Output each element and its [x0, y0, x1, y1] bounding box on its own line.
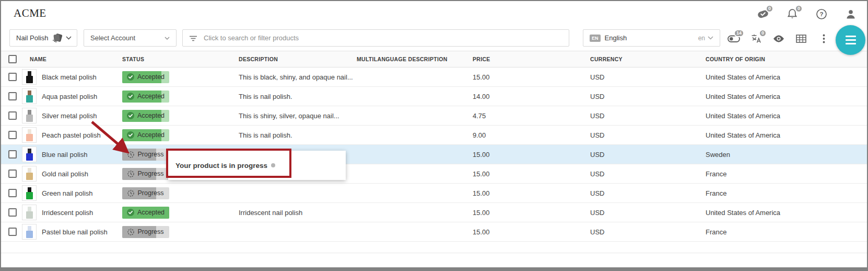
- tooltip-text: Your product is in progress: [175, 162, 267, 170]
- table-row[interactable]: Pastel blue nail polish Progress: [1, 222, 867, 242]
- row-checkbox[interactable]: [8, 111, 17, 120]
- row-checkbox[interactable]: [8, 73, 17, 81]
- product-name[interactable]: Green nail polish: [42, 189, 122, 197]
- product-price[interactable]: 15.00: [473, 170, 590, 178]
- table-row[interactable]: Peach pastel polish Accepted This is nai…: [1, 126, 867, 145]
- status-badge[interactable]: Progress: [122, 168, 169, 180]
- product-currency[interactable]: USD: [590, 73, 706, 81]
- table-row[interactable]: Gold nail polish Progress 15.00: [1, 164, 867, 184]
- product-type-dropdown[interactable]: Nail Polish: [9, 29, 77, 47]
- tooltip-loading-dot: [271, 163, 275, 167]
- product-currency[interactable]: USD: [590, 209, 706, 217]
- language-select-dropdown[interactable]: EN English en: [583, 29, 720, 47]
- product-country[interactable]: United States of America: [706, 112, 867, 120]
- status-badge[interactable]: Accepted: [122, 207, 169, 219]
- product-currency[interactable]: USD: [590, 93, 706, 100]
- account-select-dropdown[interactable]: Select Account: [84, 29, 177, 47]
- column-header-price[interactable]: PRICE: [473, 56, 590, 62]
- product-name[interactable]: Blue nail polish: [42, 151, 122, 159]
- column-header-currency[interactable]: CURRENCY: [590, 56, 706, 62]
- product-price[interactable]: 15.00: [473, 209, 590, 217]
- table-footer-space: [1, 242, 867, 253]
- product-price[interactable]: 9.00: [473, 131, 590, 139]
- product-price[interactable]: 4.75: [473, 112, 590, 120]
- row-checkbox[interactable]: [8, 170, 17, 178]
- notifications-button[interactable]: 0: [785, 8, 799, 20]
- status-badge[interactable]: Accepted: [122, 110, 169, 122]
- product-currency[interactable]: USD: [590, 170, 706, 178]
- row-checkbox[interactable]: [8, 189, 17, 197]
- table-row[interactable]: Aqua pastel polish Accepted This is nail…: [1, 87, 867, 106]
- product-type-label: Nail Polish: [16, 34, 48, 42]
- status-badge[interactable]: Progress: [122, 226, 169, 238]
- user-menu-button[interactable]: [844, 8, 858, 20]
- product-country[interactable]: Sweden: [706, 151, 867, 159]
- main-menu-fab[interactable]: [836, 25, 865, 55]
- row-checkbox[interactable]: [8, 131, 17, 139]
- product-currency[interactable]: USD: [590, 112, 706, 120]
- row-checkbox[interactable]: [8, 208, 17, 217]
- product-name[interactable]: Peach pastel polish: [42, 131, 122, 139]
- products-table: NAME STATUS DESCRIPTION MULTILANGUAGE DE…: [1, 51, 867, 253]
- product-thumbnail-cap: [28, 187, 31, 192]
- product-description[interactable]: This is shiny, silver, opaque nail...: [239, 112, 357, 120]
- product-country[interactable]: United States of America: [706, 209, 867, 217]
- product-currency[interactable]: USD: [590, 131, 706, 139]
- product-country[interactable]: United States of America: [706, 73, 867, 81]
- product-name[interactable]: Aqua pastel polish: [42, 93, 122, 100]
- product-price[interactable]: 15.00: [473, 228, 590, 236]
- product-thumbnail-cap: [28, 168, 31, 173]
- column-header-multilanguage-description[interactable]: MULTILANGUAGE DESCRIPTION: [357, 56, 473, 62]
- status-badge[interactable]: Accepted: [122, 91, 169, 103]
- product-currency[interactable]: USD: [590, 151, 706, 159]
- product-description[interactable]: This is nail polish.: [239, 131, 357, 139]
- product-country[interactable]: United States of America: [706, 131, 867, 139]
- table-row[interactable]: Green nail polish Progress 15.0: [1, 184, 867, 203]
- product-price[interactable]: 15.00: [473, 151, 590, 159]
- product-country[interactable]: France: [706, 189, 867, 197]
- preview-button[interactable]: [772, 32, 785, 45]
- product-description[interactable]: This is black, shiny, and opaque nail...: [239, 73, 357, 81]
- product-country[interactable]: United States of America: [706, 93, 867, 100]
- product-description[interactable]: Irridescent nail polish: [239, 209, 357, 217]
- status-badge[interactable]: Accepted: [122, 129, 169, 141]
- help-button[interactable]: ?: [815, 8, 828, 20]
- status-badge[interactable]: Progress: [122, 149, 169, 161]
- product-currency[interactable]: USD: [590, 228, 706, 236]
- product-country[interactable]: France: [706, 228, 867, 236]
- readiness-button[interactable]: 14: [727, 32, 741, 45]
- column-header-status[interactable]: STATUS: [122, 56, 239, 62]
- table-row[interactable]: Silver metal polish Accepted This is shi…: [1, 106, 867, 126]
- product-name[interactable]: Gold nail polish: [42, 170, 122, 178]
- search-input[interactable]: Click to search or filter products: [182, 29, 569, 47]
- tasks-approved-button[interactable]: 0: [756, 8, 770, 20]
- product-name[interactable]: Pastel blue nail polish: [42, 228, 122, 236]
- column-header-name[interactable]: NAME: [22, 56, 122, 62]
- table-row[interactable]: Black metal polish Accepted This is blac…: [1, 67, 867, 87]
- table-row[interactable]: Blue nail polish Progress 15.00: [1, 145, 867, 164]
- table-row[interactable]: Irridescent polish Accepted Irridescent …: [1, 203, 867, 222]
- product-name[interactable]: Irridescent polish: [42, 209, 122, 217]
- swatches-icon: [52, 33, 63, 43]
- product-thumbnail-body: [26, 153, 33, 161]
- product-name[interactable]: Black metal polish: [42, 73, 122, 81]
- select-all-checkbox[interactable]: [8, 55, 17, 63]
- product-country[interactable]: France: [706, 170, 867, 178]
- row-checkbox[interactable]: [8, 228, 17, 236]
- product-price[interactable]: 15.00: [473, 189, 590, 197]
- product-price[interactable]: 15.00: [473, 73, 590, 81]
- column-header-description[interactable]: DESCRIPTION: [239, 56, 357, 62]
- product-currency[interactable]: USD: [590, 189, 706, 197]
- status-badge[interactable]: Progress: [122, 187, 169, 199]
- grid-view-button[interactable]: [794, 32, 808, 45]
- product-thumbnail: [22, 108, 37, 123]
- row-checkbox[interactable]: [8, 92, 17, 100]
- column-header-country-of-origin[interactable]: COUNTRY OF ORIGIN: [706, 56, 867, 62]
- product-price[interactable]: 14.00: [473, 93, 590, 100]
- product-name[interactable]: Silver metal polish: [42, 112, 122, 120]
- product-description[interactable]: This is nail polish.: [239, 93, 357, 100]
- translations-button[interactable]: 0: [749, 32, 763, 45]
- more-options-button[interactable]: [817, 32, 830, 45]
- row-checkbox[interactable]: [8, 150, 17, 159]
- status-badge[interactable]: Accepted: [122, 71, 169, 83]
